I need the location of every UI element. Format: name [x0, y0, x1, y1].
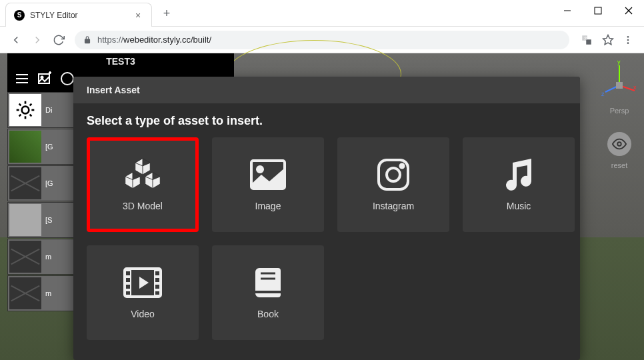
hierarchy-item[interactable]: [G: [7, 165, 74, 201]
browser-menu-button[interactable]: [617, 29, 639, 51]
svg-text:文: 文: [584, 35, 587, 39]
hierarchy-item[interactable]: m: [7, 275, 74, 311]
svg-rect-1: [595, 7, 601, 14]
asset-grid: 3D ModelImageInstagramMusicVideoBook: [73, 137, 580, 340]
titlebar: S STYLY Editor × +: [0, 0, 644, 27]
axis-gizmo[interactable]: y x z: [601, 59, 637, 101]
eye-icon: [612, 137, 627, 151]
svg-rect-45: [126, 291, 130, 295]
svg-point-35: [257, 167, 263, 172]
hierarchy-panel: Di[G[G[Smm: [7, 92, 74, 312]
hierarchy-thumb: [9, 131, 41, 163]
close-window-button[interactable]: [613, 0, 644, 21]
modal-header: Insert Asset: [73, 77, 580, 103]
svg-rect-43: [126, 278, 130, 282]
svg-rect-42: [126, 271, 130, 275]
svg-rect-44: [126, 285, 130, 289]
svg-rect-51: [255, 291, 281, 293]
reset-view-button[interactable]: [607, 132, 631, 156]
url-text: https://webeditor.styly.cc/built/: [97, 35, 211, 45]
lock-icon: [83, 35, 92, 45]
maximize-button[interactable]: [583, 0, 613, 21]
hierarchy-thumb: [9, 204, 41, 236]
svg-rect-46: [155, 271, 159, 275]
cubes-icon: [123, 158, 163, 191]
hierarchy-item[interactable]: [S: [7, 202, 74, 238]
forward-button[interactable]: [27, 29, 48, 51]
instagram-icon: [373, 158, 413, 191]
svg-line-25: [30, 104, 32, 106]
back-button[interactable]: [5, 29, 27, 51]
hierarchy-thumb: [9, 94, 41, 126]
svg-line-23: [30, 115, 32, 117]
svg-point-6: [627, 36, 629, 38]
window-controls: [552, 0, 644, 21]
svg-rect-32: [616, 82, 623, 89]
hierarchy-thumb: [9, 167, 41, 199]
modal-title: Insert Asset: [87, 85, 140, 95]
tab-title: STYLY Editor: [30, 11, 133, 20]
svg-text:y: y: [617, 59, 621, 65]
hierarchy-label: m: [45, 253, 51, 261]
video-icon: [123, 266, 163, 299]
svg-rect-47: [155, 278, 159, 282]
gizmo-panel: y x z Persp reset: [601, 53, 637, 169]
asset-label: Image: [255, 201, 281, 211]
svg-rect-48: [155, 285, 159, 289]
hierarchy-item[interactable]: [G: [7, 129, 74, 165]
svg-marker-50: [139, 277, 149, 289]
close-tab-icon[interactable]: ×: [133, 10, 143, 21]
music-icon: [499, 158, 539, 191]
svg-point-37: [387, 168, 400, 181]
svg-point-8: [627, 42, 629, 44]
asset-label: Music: [507, 201, 531, 211]
modal-subtitle: Select a type of asset to insert.: [73, 103, 580, 137]
svg-point-17: [22, 107, 29, 114]
favicon-icon: S: [14, 10, 25, 21]
hierarchy-label: [S: [45, 216, 52, 224]
asset-card-instagram[interactable]: Instagram: [337, 137, 449, 232]
svg-point-7: [627, 39, 629, 41]
hierarchy-label: Di: [45, 106, 52, 114]
svg-marker-5: [603, 35, 613, 44]
svg-point-16: [61, 73, 73, 85]
asset-label: 3D Model: [123, 201, 163, 211]
svg-text:x: x: [633, 84, 637, 91]
hierarchy-thumb: [9, 277, 41, 309]
svg-text:z: z: [601, 91, 605, 97]
svg-point-33: [617, 142, 621, 146]
new-tab-button[interactable]: +: [157, 4, 176, 23]
hierarchy-thumb: [9, 241, 41, 273]
asset-card-3d-model[interactable]: 3D Model: [87, 137, 199, 232]
reset-label: reset: [611, 161, 627, 169]
reload-button[interactable]: [48, 29, 69, 51]
book-icon: [248, 266, 288, 299]
image-icon: [248, 158, 288, 191]
asset-label: Video: [131, 309, 155, 319]
asset-card-music[interactable]: Music: [463, 137, 575, 232]
viewport: TEST3 Di[G[G[Smm y x z Persp reset: [0, 53, 644, 360]
hierarchy-label: [G: [45, 143, 53, 151]
hierarchy-label: [G: [45, 179, 53, 187]
menu-icon[interactable]: [14, 71, 30, 87]
hierarchy-label: m: [45, 289, 51, 297]
browser-tab[interactable]: S STYLY Editor ×: [5, 3, 152, 27]
translate-icon[interactable]: 文: [577, 31, 596, 49]
projection-label: Persp: [610, 107, 629, 115]
svg-line-24: [19, 115, 21, 117]
asset-label: Instagram: [373, 201, 414, 211]
svg-point-38: [401, 165, 404, 168]
asset-card-video[interactable]: Video: [87, 245, 199, 340]
asset-card-image[interactable]: Image: [212, 137, 324, 232]
asset-card-book[interactable]: Book: [212, 245, 324, 340]
hierarchy-item[interactable]: m: [7, 239, 74, 275]
svg-line-22: [19, 104, 21, 106]
hierarchy-item[interactable]: Di: [7, 92, 74, 128]
scene-title: TEST3: [7, 53, 234, 67]
bookmark-icon[interactable]: [599, 31, 617, 49]
minimize-button[interactable]: [552, 0, 583, 21]
svg-rect-49: [155, 291, 159, 295]
asset-label: Book: [257, 309, 279, 319]
insert-asset-modal: Insert Asset Select a type of asset to i…: [73, 77, 580, 360]
add-asset-icon[interactable]: [37, 71, 53, 87]
